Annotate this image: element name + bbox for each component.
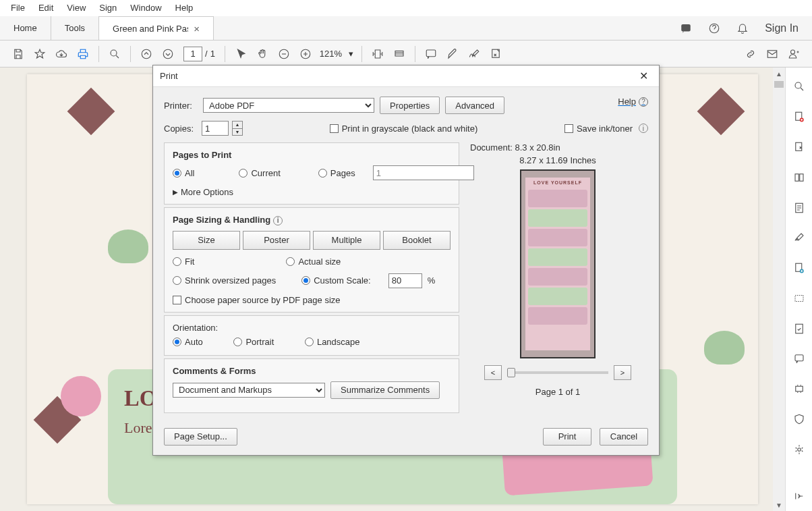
tab-tools[interactable]: Tools (51, 16, 99, 40)
mail-icon[interactable] (762, 44, 782, 64)
shield-icon[interactable] (792, 412, 807, 427)
export-pdf-icon[interactable] (792, 110, 807, 124)
create-pdf-icon[interactable] (792, 140, 807, 155)
zoom-in-icon[interactable] (295, 44, 316, 64)
menu-help[interactable]: Help (169, 1, 200, 15)
copies-input[interactable] (202, 121, 229, 136)
help-link[interactable]: Help? (618, 97, 648, 107)
hand-icon[interactable] (252, 44, 272, 64)
radio-pages[interactable]: Pages (318, 168, 355, 178)
radio-auto[interactable]: Auto (173, 337, 203, 347)
organize-icon[interactable] (792, 200, 807, 215)
scrollbar-thumb[interactable] (774, 81, 784, 88)
compress-icon[interactable] (792, 382, 807, 396)
menu-view[interactable]: View (60, 1, 92, 15)
scroll-up-icon[interactable]: ▲ (773, 68, 785, 80)
print-dialog: Print ✕ Help? Printer: Adobe PDF Propert… (152, 65, 660, 456)
seg-poster[interactable]: Poster (243, 231, 310, 250)
search-tool-icon[interactable] (792, 80, 807, 94)
menu-file[interactable]: File (4, 1, 32, 15)
sign-icon[interactable] (464, 44, 484, 64)
preview-slider[interactable] (507, 371, 608, 374)
radio-portrait-label: Portrait (245, 337, 274, 347)
custom-scale-input[interactable] (388, 273, 422, 288)
paper-dimensions: 8.27 x 11.69 Inches (467, 155, 648, 165)
pages-range-input[interactable] (373, 165, 474, 180)
sign-in-link[interactable]: Sign In (765, 22, 799, 34)
info-icon[interactable]: i (273, 216, 283, 225)
combine-icon[interactable] (792, 261, 807, 275)
star-icon[interactable] (30, 44, 50, 64)
menu-window[interactable]: Window (123, 1, 168, 15)
paper-source-checkbox[interactable]: Choose paper source by PDF page size (173, 295, 451, 305)
cancel-button[interactable]: Cancel (600, 428, 648, 446)
fill-sign-icon[interactable] (792, 231, 807, 245)
info-icon[interactable]: i (639, 124, 648, 133)
cloud-icon[interactable] (51, 44, 71, 64)
save-icon[interactable] (8, 44, 28, 64)
preview-next-button[interactable]: > (614, 365, 631, 380)
menu-edit[interactable]: Edit (32, 1, 60, 15)
saveink-checkbox[interactable]: Save ink/toneri (564, 124, 648, 134)
radio-custom-scale[interactable]: Custom Scale: (301, 275, 371, 286)
seg-booklet[interactable]: Booklet (383, 231, 451, 250)
menu-sign[interactable]: Sign (92, 1, 123, 15)
right-toolbar (785, 68, 812, 511)
page-up-icon[interactable] (136, 44, 156, 64)
protect-icon[interactable] (792, 321, 807, 335)
bell-icon[interactable] (736, 22, 749, 34)
radio-actual[interactable]: Actual size (286, 257, 341, 267)
stamp-icon[interactable] (486, 44, 506, 64)
scroll-down-icon[interactable]: ▼ (773, 499, 785, 511)
print-button[interactable]: Print (543, 428, 591, 446)
radio-portrait[interactable]: Portrait (233, 337, 274, 347)
page-setup-button[interactable]: Page Setup... (164, 428, 237, 446)
page-down-icon[interactable] (158, 44, 178, 64)
printer-select[interactable]: Adobe PDF (203, 98, 374, 113)
radio-shrink[interactable]: Shrink oversized pages (173, 275, 276, 286)
tab-document[interactable]: Green and Pink Pas... × (99, 16, 214, 40)
properties-button[interactable]: Properties (380, 97, 440, 114)
radio-landscape-label: Landscape (317, 337, 360, 347)
grayscale-checkbox[interactable]: Print in grayscale (black and white) (330, 124, 478, 134)
radio-all[interactable]: All (173, 168, 194, 178)
notification-icon[interactable] (680, 22, 692, 34)
redact-icon[interactable] (792, 291, 807, 305)
collapse-pane-icon[interactable] (792, 489, 807, 503)
preview-prev-button[interactable]: < (484, 365, 502, 380)
fit-width-icon[interactable] (368, 44, 388, 64)
zoom-display[interactable]: 121%▾ (317, 49, 356, 59)
link-icon[interactable] (741, 44, 761, 64)
comment-icon[interactable] (421, 44, 441, 64)
more-options-toggle[interactable]: ▶More Options (173, 187, 451, 197)
search-icon[interactable] (105, 44, 125, 64)
radio-fit[interactable]: Fit (173, 257, 194, 267)
pointer-icon[interactable] (231, 44, 251, 64)
copies-spinner[interactable]: ▲▼ (232, 121, 243, 136)
radio-current[interactable]: Current (239, 168, 280, 178)
comment-tool-icon[interactable] (792, 352, 807, 366)
comments-select[interactable]: Document and Markups (173, 383, 325, 398)
help-icon[interactable] (708, 22, 720, 34)
seg-multiple[interactable]: Multiple (313, 231, 380, 250)
svg-point-3 (142, 49, 151, 59)
highlight-icon[interactable] (442, 44, 463, 64)
more-tools-icon[interactable] (792, 442, 807, 456)
summarize-button[interactable]: Summarize Comments (330, 381, 440, 399)
svg-rect-7 (395, 51, 403, 56)
scrollbar-vertical[interactable]: ▲ ▼ (773, 68, 785, 511)
share-user-icon[interactable] (784, 44, 804, 64)
page-current-input[interactable] (183, 47, 202, 61)
edit-pdf-icon[interactable] (792, 170, 807, 184)
percent-label: % (428, 275, 436, 286)
close-icon[interactable]: ✕ (635, 67, 652, 85)
tab-home[interactable]: Home (0, 16, 51, 40)
print-icon[interactable] (73, 44, 93, 64)
advanced-button[interactable]: Advanced (445, 97, 504, 114)
seg-size[interactable]: Size (173, 231, 240, 250)
radio-landscape[interactable]: Landscape (305, 337, 360, 347)
slider-handle[interactable] (507, 368, 515, 377)
tab-close-icon[interactable]: × (194, 23, 200, 34)
read-mode-icon[interactable] (389, 44, 409, 64)
zoom-out-icon[interactable] (274, 44, 294, 64)
